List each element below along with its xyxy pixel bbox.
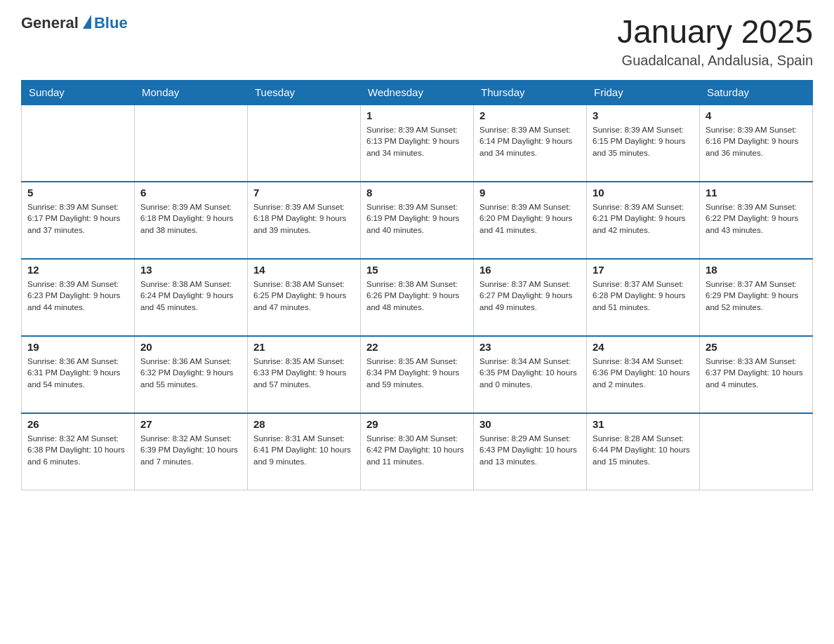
title-block: January 2025 Guadalcanal, Andalusia, Spa… (617, 14, 813, 69)
calendar-table: SundayMondayTuesdayWednesdayThursdayFrid… (21, 80, 813, 491)
day-cell: 20Sunrise: 8:36 AM Sunset: 6:32 PM Dayli… (135, 336, 248, 413)
weekday-header-friday: Friday (587, 80, 700, 105)
weekday-header-sunday: Sunday (22, 80, 135, 105)
day-cell (22, 105, 135, 182)
day-info: Sunrise: 8:29 AM Sunset: 6:43 PM Dayligh… (479, 434, 577, 466)
day-number: 20 (140, 341, 241, 353)
day-cell: 6Sunrise: 8:39 AM Sunset: 6:18 PM Daylig… (135, 182, 248, 259)
day-cell: 5Sunrise: 8:39 AM Sunset: 6:17 PM Daylig… (22, 182, 135, 259)
day-info: Sunrise: 8:37 AM Sunset: 6:29 PM Dayligh… (706, 280, 798, 311)
logo-blue: Blue (94, 14, 128, 32)
day-cell: 31Sunrise: 8:28 AM Sunset: 6:44 PM Dayli… (587, 413, 700, 490)
day-number: 18 (706, 264, 807, 276)
day-number: 25 (706, 341, 807, 353)
day-cell: 27Sunrise: 8:32 AM Sunset: 6:39 PM Dayli… (135, 413, 248, 490)
day-info: Sunrise: 8:28 AM Sunset: 6:44 PM Dayligh… (593, 434, 690, 466)
day-info: Sunrise: 8:39 AM Sunset: 6:18 PM Dayligh… (253, 203, 346, 234)
day-number: 6 (140, 187, 241, 199)
day-cell: 24Sunrise: 8:34 AM Sunset: 6:36 PM Dayli… (587, 336, 700, 413)
week-row-5: 26Sunrise: 8:32 AM Sunset: 6:38 PM Dayli… (22, 413, 813, 490)
day-number: 29 (366, 418, 468, 430)
day-number: 15 (366, 264, 468, 276)
month-title: January 2025 (617, 14, 813, 50)
day-number: 4 (706, 109, 807, 121)
day-number: 30 (479, 418, 581, 430)
location-title: Guadalcanal, Andalusia, Spain (617, 53, 813, 69)
day-info: Sunrise: 8:39 AM Sunset: 6:14 PM Dayligh… (479, 126, 572, 157)
weekday-header-monday: Monday (135, 80, 248, 105)
day-number: 17 (593, 264, 694, 276)
day-number: 8 (366, 187, 468, 199)
day-info: Sunrise: 8:38 AM Sunset: 6:25 PM Dayligh… (253, 280, 346, 311)
day-info: Sunrise: 8:34 AM Sunset: 6:36 PM Dayligh… (593, 357, 690, 389)
day-number: 7 (253, 187, 355, 199)
weekday-header-saturday: Saturday (700, 80, 813, 105)
day-cell: 9Sunrise: 8:39 AM Sunset: 6:20 PM Daylig… (474, 182, 587, 259)
day-number: 5 (27, 187, 128, 199)
day-cell (248, 105, 361, 182)
logo-triangle-icon (83, 15, 91, 29)
day-number: 1 (366, 109, 468, 121)
day-info: Sunrise: 8:39 AM Sunset: 6:20 PM Dayligh… (479, 203, 572, 234)
day-info: Sunrise: 8:39 AM Sunset: 6:22 PM Dayligh… (706, 203, 798, 234)
week-row-1: 1Sunrise: 8:39 AM Sunset: 6:13 PM Daylig… (22, 105, 813, 182)
day-cell: 21Sunrise: 8:35 AM Sunset: 6:33 PM Dayli… (248, 336, 361, 413)
day-number: 2 (479, 109, 581, 121)
day-number: 16 (479, 264, 581, 276)
day-info: Sunrise: 8:30 AM Sunset: 6:42 PM Dayligh… (366, 434, 464, 466)
day-info: Sunrise: 8:36 AM Sunset: 6:31 PM Dayligh… (27, 357, 120, 389)
day-info: Sunrise: 8:37 AM Sunset: 6:28 PM Dayligh… (593, 280, 685, 311)
day-cell: 19Sunrise: 8:36 AM Sunset: 6:31 PM Dayli… (22, 336, 135, 413)
week-row-2: 5Sunrise: 8:39 AM Sunset: 6:17 PM Daylig… (22, 182, 813, 259)
day-cell: 14Sunrise: 8:38 AM Sunset: 6:25 PM Dayli… (248, 259, 361, 336)
day-info: Sunrise: 8:39 AM Sunset: 6:15 PM Dayligh… (593, 126, 685, 157)
weekday-header-tuesday: Tuesday (248, 80, 361, 105)
day-cell: 28Sunrise: 8:31 AM Sunset: 6:41 PM Dayli… (248, 413, 361, 490)
day-info: Sunrise: 8:32 AM Sunset: 6:38 PM Dayligh… (27, 434, 125, 466)
day-number: 10 (593, 187, 694, 199)
day-number: 24 (593, 341, 694, 353)
day-info: Sunrise: 8:39 AM Sunset: 6:16 PM Dayligh… (706, 126, 798, 157)
day-cell (135, 105, 248, 182)
day-info: Sunrise: 8:36 AM Sunset: 6:32 PM Dayligh… (140, 357, 233, 389)
weekday-header-row: SundayMondayTuesdayWednesdayThursdayFrid… (22, 80, 813, 105)
page-header: General Blue January 2025 Guadalcanal, A… (21, 14, 813, 69)
day-info: Sunrise: 8:38 AM Sunset: 6:26 PM Dayligh… (366, 280, 459, 311)
day-info: Sunrise: 8:37 AM Sunset: 6:27 PM Dayligh… (479, 280, 572, 311)
day-cell: 12Sunrise: 8:39 AM Sunset: 6:23 PM Dayli… (22, 259, 135, 336)
day-info: Sunrise: 8:39 AM Sunset: 6:18 PM Dayligh… (140, 203, 233, 234)
day-cell: 3Sunrise: 8:39 AM Sunset: 6:15 PM Daylig… (587, 105, 700, 182)
day-info: Sunrise: 8:39 AM Sunset: 6:13 PM Dayligh… (366, 126, 459, 157)
day-cell: 8Sunrise: 8:39 AM Sunset: 6:19 PM Daylig… (361, 182, 474, 259)
day-number: 14 (253, 264, 355, 276)
day-cell: 2Sunrise: 8:39 AM Sunset: 6:14 PM Daylig… (474, 105, 587, 182)
day-cell: 23Sunrise: 8:34 AM Sunset: 6:35 PM Dayli… (474, 336, 587, 413)
day-number: 3 (593, 109, 694, 121)
week-row-4: 19Sunrise: 8:36 AM Sunset: 6:31 PM Dayli… (22, 336, 813, 413)
logo-general: General (21, 14, 79, 32)
day-cell: 15Sunrise: 8:38 AM Sunset: 6:26 PM Dayli… (361, 259, 474, 336)
day-cell: 4Sunrise: 8:39 AM Sunset: 6:16 PM Daylig… (700, 105, 813, 182)
day-info: Sunrise: 8:39 AM Sunset: 6:17 PM Dayligh… (27, 203, 120, 234)
day-number: 13 (140, 264, 241, 276)
day-number: 26 (27, 418, 128, 430)
day-info: Sunrise: 8:34 AM Sunset: 6:35 PM Dayligh… (479, 357, 577, 389)
day-cell: 30Sunrise: 8:29 AM Sunset: 6:43 PM Dayli… (474, 413, 587, 490)
day-info: Sunrise: 8:35 AM Sunset: 6:34 PM Dayligh… (366, 357, 459, 389)
day-cell: 18Sunrise: 8:37 AM Sunset: 6:29 PM Dayli… (700, 259, 813, 336)
day-cell (700, 413, 813, 490)
day-cell: 17Sunrise: 8:37 AM Sunset: 6:28 PM Dayli… (587, 259, 700, 336)
day-cell: 22Sunrise: 8:35 AM Sunset: 6:34 PM Dayli… (361, 336, 474, 413)
day-number: 12 (27, 264, 128, 276)
day-number: 19 (27, 341, 128, 353)
day-cell: 25Sunrise: 8:33 AM Sunset: 6:37 PM Dayli… (700, 336, 813, 413)
day-info: Sunrise: 8:33 AM Sunset: 6:37 PM Dayligh… (706, 357, 803, 389)
day-info: Sunrise: 8:35 AM Sunset: 6:33 PM Dayligh… (253, 357, 346, 389)
day-cell: 11Sunrise: 8:39 AM Sunset: 6:22 PM Dayli… (700, 182, 813, 259)
day-number: 22 (366, 341, 468, 353)
day-info: Sunrise: 8:39 AM Sunset: 6:23 PM Dayligh… (27, 280, 120, 311)
logo: General Blue (21, 14, 128, 32)
day-cell: 10Sunrise: 8:39 AM Sunset: 6:21 PM Dayli… (587, 182, 700, 259)
week-row-3: 12Sunrise: 8:39 AM Sunset: 6:23 PM Dayli… (22, 259, 813, 336)
day-number: 11 (706, 187, 807, 199)
